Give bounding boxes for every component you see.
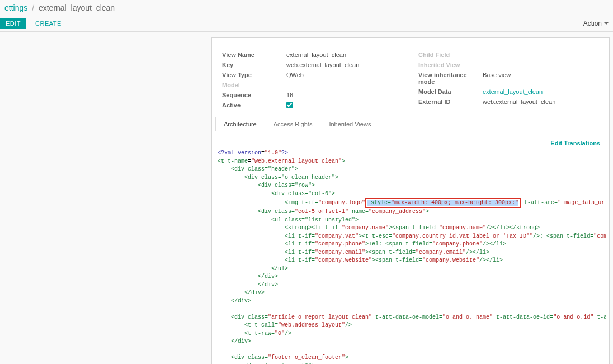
- breadcrumb-sep: /: [32, 3, 34, 12]
- value-key: web.external_layout_clean: [286, 62, 359, 68]
- label-external-id: External ID: [418, 98, 483, 105]
- value-inh-mode: Base view: [483, 72, 511, 85]
- label-sequence: Sequence: [222, 92, 286, 98]
- label-active: Active: [222, 102, 286, 110]
- tab-access-rights[interactable]: Access Rights: [265, 117, 321, 131]
- toolbar: EDIT CREATE Action: [0, 16, 613, 32]
- label-model-data: Model Data: [418, 88, 483, 95]
- label-view-name: View Name: [222, 51, 286, 58]
- breadcrumb: ettings / external_layout_clean: [0, 0, 613, 16]
- label-child-field: Child Field: [418, 51, 483, 58]
- label-view-type: View Type: [222, 72, 286, 78]
- create-button[interactable]: CREATE: [32, 18, 65, 29]
- highlighted-style-attr: style="max-width: 400px; max-height: 300…: [365, 198, 521, 208]
- label-inherited-view: Inherited View: [418, 62, 483, 68]
- chevron-down-icon: [604, 22, 609, 25]
- architecture-code: <?xml version="1.0"?> <t t-name="web.ext…: [215, 149, 606, 364]
- value-view-name: external_layout_clean: [286, 51, 346, 58]
- label-key: Key: [222, 62, 286, 68]
- breadcrumb-current: external_layout_clean: [39, 3, 115, 12]
- value-sequence: 16: [286, 92, 293, 98]
- breadcrumb-parent[interactable]: ettings: [4, 3, 27, 12]
- tabs: Architecture Access Rights Inherited Vie…: [212, 116, 609, 131]
- label-model: Model: [222, 82, 286, 88]
- tab-architecture[interactable]: Architecture: [215, 117, 265, 131]
- action-label: Action: [583, 20, 602, 27]
- link-model-data[interactable]: external_layout_clean: [483, 88, 543, 95]
- tab-inherited-views[interactable]: Inherited Views: [320, 117, 379, 131]
- edit-button[interactable]: EDIT: [0, 18, 26, 29]
- label-inh-mode: View inheritance mode: [418, 72, 483, 85]
- active-checkbox[interactable]: [286, 102, 293, 108]
- form-sheet: View Nameexternal_layout_clean Keyweb.ex…: [211, 37, 610, 364]
- value-external-id: web.external_layout_clean: [483, 98, 555, 105]
- action-dropdown[interactable]: Action: [583, 20, 609, 27]
- edit-translations-link[interactable]: Edit Translations: [550, 140, 600, 146]
- value-view-type: QWeb: [286, 72, 304, 78]
